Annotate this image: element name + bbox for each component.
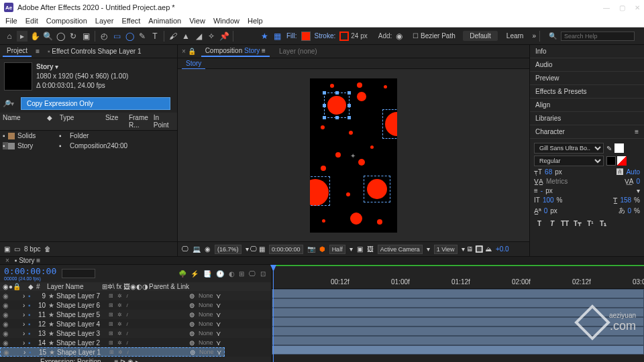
panel-preview[interactable]: Preview [530,72,644,85]
fill-swatch[interactable] [301,32,311,41]
stroke-over-icon[interactable]: ▾ [637,187,640,194]
panel-align[interactable]: Align [530,99,644,112]
pen-tool-icon[interactable]: ✎ [137,31,148,42]
stroke-width[interactable]: 24 px [351,32,367,40]
eyedropper-icon[interactable]: ✎ [606,145,612,152]
layer-bar[interactable] [272,289,644,298]
close-button[interactable]: ✕ [635,4,640,11]
trash-icon[interactable]: 🗑 [44,245,51,253]
tab-layer[interactable]: Layer (none) [275,46,321,56]
timeline-search[interactable] [62,269,95,278]
no-color-swatch[interactable] [617,156,627,166]
timeline-layer-row[interactable]: ◉›▪9★Shape Layer 7⊞ ✲ /⊚None⋎ [0,291,271,300]
resolution-dropdown[interactable]: Half [329,245,345,254]
text-stroke-value[interactable]: - [541,187,543,194]
tab-composition[interactable]: Composition Story ≡ [201,46,270,57]
folder-icon[interactable]: ▭ [14,245,20,253]
playhead[interactable] [273,265,274,362]
bold-button[interactable]: T [534,218,545,229]
project-item-solids[interactable]: ▪ Solids ▪ Folder [0,131,177,141]
add-dropdown-icon[interactable]: ◉ [394,31,405,42]
panel-menu-icon[interactable]: ≡ [635,128,639,135]
property-position[interactable]: ⋎ ŎPosition531.5,955.9 [0,347,271,357]
bpc-label[interactable]: 8 bpc [24,245,40,253]
orbit-tool-icon[interactable]: ◯ [55,31,66,42]
panel-info[interactable]: Info [530,45,644,58]
zoom-dropdown[interactable]: (16.7%) [215,245,241,254]
home-icon[interactable]: ⌂ [4,31,15,42]
hscale-value[interactable]: 158 [620,196,631,204]
viewport[interactable]: ✦ [178,69,529,241]
panel-character-header[interactable]: Character≡ [530,125,644,139]
menu-effect[interactable]: Effect [121,17,140,25]
context-menu-copy-expression[interactable]: Copy Expression Only [21,97,170,110]
snapshot-icon[interactable]: 📷 [307,245,315,253]
tab-project-menu-icon[interactable]: ≡ [36,48,40,55]
menu-layer[interactable]: Layer [95,17,114,25]
type-tool-icon[interactable]: T [150,31,160,42]
rect-tool-icon[interactable]: ▭ [111,31,122,42]
res-icon[interactable]: ▾ 🖵 ▦ [246,245,266,253]
exposure-value[interactable]: +0.0 [496,245,509,253]
font-family-select[interactable]: Gill Sans Ultra Bo... [534,143,604,154]
text-stroke-swatch[interactable] [606,156,616,166]
rotate-tool-icon[interactable]: ↻ [68,31,78,42]
current-time[interactable]: 0:00:00:00 [4,266,56,276]
channel-icon[interactable]: ⬢ [319,245,325,253]
menu-view[interactable]: View [189,17,205,25]
tab-project[interactable]: Project [3,46,32,57]
view-dropdown[interactable]: 1 View [434,245,458,254]
layer-bar[interactable] [272,326,644,336]
grid-icon[interactable]: 💻 [193,245,201,253]
search-help-input[interactable] [561,32,635,41]
superscript-button[interactable]: T¹ [585,218,596,229]
bezier-checkbox-label[interactable]: ☐ Bezier Path [413,32,455,40]
region-icon[interactable]: ▣ [357,245,363,253]
snap-icon[interactable]: ▦ [272,31,282,42]
lock-icon[interactable]: × 🔒 [182,48,196,55]
menu-composition[interactable]: Composition [46,17,87,25]
roto-tool-icon[interactable]: ✧ [206,31,217,42]
font-weight-select[interactable]: Regular [534,156,604,166]
star-icon[interactable]: ★ [259,31,270,42]
text-fill-swatch[interactable] [614,143,624,153]
camera-tool-icon[interactable]: ▣ [80,31,91,42]
tsume-value[interactable]: 0 [628,207,632,215]
subscript-button[interactable]: T₁ [598,218,608,229]
brush-tool-icon[interactable]: 🖌 [168,31,178,42]
baseline-value[interactable]: 0 [544,207,548,215]
layer-bar[interactable] [272,317,644,326]
timeline-layer-row[interactable]: ◉›▪12★Shape Layer 4⊞ ✲ /⊚None⋎ [0,319,271,328]
search-project-icon[interactable]: 🔎▾ [3,100,14,107]
camera-dropdown[interactable]: Active Camera [378,245,423,254]
puppet-tool-icon[interactable]: 📌 [219,31,229,42]
panel-effects-presets[interactable]: Effects & Presets [530,85,644,99]
transparency-icon[interactable]: 🖼 [367,245,374,253]
kerning-value[interactable]: Metrics [546,178,568,185]
menu-window[interactable]: Window [213,17,239,25]
mask-icon[interactable]: ◉ [205,245,211,253]
menu-file[interactable]: File [5,17,17,25]
menu-help[interactable]: Help [248,17,263,25]
panel-libraries[interactable]: Libraries [530,112,644,125]
subtab-story[interactable]: Story [182,58,205,69]
menu-edit[interactable]: Edit [25,17,38,25]
timeline-tracks[interactable]: 00:12f 01:00f 01:12f 02:00f 02:12f 03:00… [272,265,644,362]
interpret-icon[interactable]: ▣ [4,245,10,253]
maximize-button[interactable]: ▢ [619,4,625,11]
timeline-layer-row[interactable]: ◉›▪11★Shape Layer 5⊞ ✲ /⊚None⋎ [0,310,271,319]
workspace-learn[interactable]: Learn [500,31,531,41]
workspace-more-icon[interactable]: » [532,32,536,40]
panbehind-tool-icon[interactable]: ◴ [99,31,109,42]
tab-effect-controls[interactable]: ▪ Effect Controls Shape Layer 1 [44,46,146,56]
panel-audio[interactable]: Audio [530,58,644,72]
eraser-tool-icon[interactable]: ◢ [193,31,204,42]
stamp-tool-icon[interactable]: ▲ [180,31,191,42]
timeline-layer-row[interactable]: ◉›▪10★Shape Layer 6⊞ ✲ /⊚None⋎ [0,300,271,310]
layer-bar[interactable] [272,298,644,308]
layer-bar[interactable] [272,345,644,355]
workspace-default[interactable]: Default [463,31,498,41]
minimize-button[interactable]: — [603,4,610,11]
magnify-icon[interactable]: 🖵 [182,245,189,253]
time-ruler[interactable]: 00:12f 01:00f 01:12f 02:00f 02:12f 03:00… [272,265,644,289]
